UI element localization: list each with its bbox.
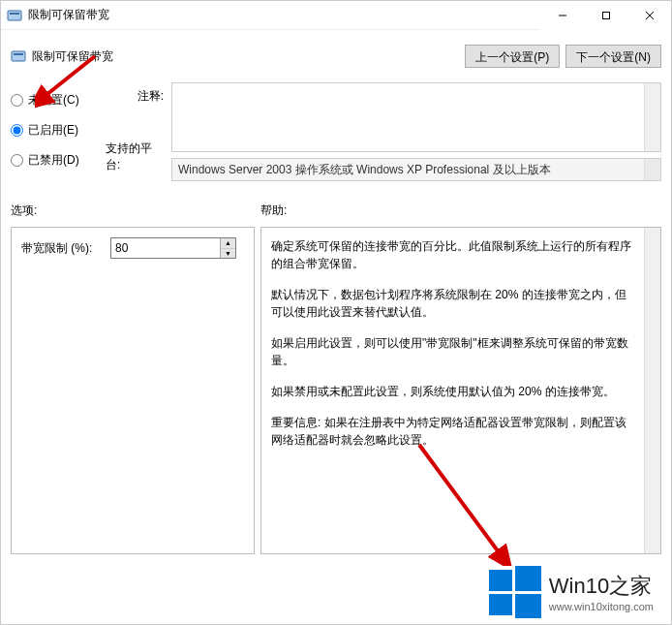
svg-rect-3 — [602, 12, 609, 18]
svg-rect-6 — [12, 51, 25, 61]
radio-label: 已启用(E) — [28, 122, 78, 139]
svg-rect-1 — [10, 13, 19, 15]
help-content: 确定系统可保留的连接带宽的百分比。此值限制系统上运行的所有程序的组合带宽保留。 … — [271, 237, 637, 449]
watermark-url: www.win10xitong.com — [549, 601, 654, 612]
radio-label: 未配置(C) — [28, 92, 79, 109]
help-paragraph: 如果启用此设置，则可以使用"带宽限制"框来调整系统可保留的带宽数量。 — [271, 334, 637, 369]
spinner-up-icon[interactable]: ▲ — [221, 238, 235, 249]
bandwidth-limit-row: 带宽限制 (%): ▲ ▼ — [21, 237, 244, 259]
help-paragraph: 默认情况下，数据包计划程序将系统限制在 20% 的连接带宽之内，但可以使用此设置… — [271, 286, 637, 321]
nav-buttons: 上一个设置(P) 下一个设置(N) — [465, 45, 661, 68]
help-paragraph: 如果禁用或未配置此设置，则系统使用默认值为 20% 的连接带宽。 — [271, 383, 637, 400]
comment-label: 注释: — [137, 84, 164, 105]
help-panel: 确定系统可保留的连接带宽的百分比。此值限制系统上运行的所有程序的组合带宽保留。 … — [260, 227, 661, 554]
window-controls — [540, 1, 671, 30]
svg-rect-7 — [14, 53, 23, 55]
platform-text: Windows Server 2003 操作系统或 Windows XP Pro… — [178, 162, 551, 178]
header-row: 限制可保留带宽 上一个设置(P) 下一个设置(N) — [1, 30, 671, 77]
close-button[interactable] — [627, 1, 671, 30]
window-title: 限制可保留带宽 — [28, 7, 109, 23]
field-labels: 注释: 支持的平台: — [106, 82, 164, 181]
previous-setting-button[interactable]: 上一个设置(P) — [465, 45, 560, 68]
policy-title: 限制可保留带宽 — [32, 48, 113, 65]
svg-rect-11 — [515, 566, 541, 591]
options-header: 选项: — [11, 203, 260, 219]
minimize-button[interactable] — [540, 1, 584, 30]
radio-not-configured[interactable]: 未配置(C) — [11, 92, 98, 109]
comment-textarea[interactable] — [171, 82, 661, 152]
help-paragraph: 重要信息: 如果在注册表中为特定网络适配器设置带宽限制，则配置该网络适配器时就会… — [271, 414, 637, 449]
svg-rect-13 — [515, 594, 541, 618]
options-panel: 带宽限制 (%): ▲ ▼ — [11, 227, 255, 554]
svg-rect-10 — [489, 570, 512, 591]
panels-row: 带宽限制 (%): ▲ ▼ 确定系统可保留的连接带宽的百分比。此值限制系统上运行… — [1, 223, 671, 564]
scrollbar[interactable] — [644, 228, 660, 553]
radio-enabled[interactable]: 已启用(E) — [11, 122, 98, 139]
next-setting-button[interactable]: 下一个设置(N) — [565, 45, 661, 68]
spinner-down-icon[interactable]: ▼ — [221, 249, 235, 259]
radio-disabled[interactable]: 已禁用(D) — [11, 152, 98, 169]
section-headers: 选项: 帮助: — [1, 185, 671, 223]
bandwidth-limit-input[interactable] — [111, 238, 220, 258]
windows-logo-icon — [489, 566, 541, 618]
spinner-buttons: ▲ ▼ — [220, 238, 235, 258]
watermark-brand: Win10之家 — [549, 572, 654, 601]
scrollbar[interactable] — [644, 83, 660, 151]
field-values: Windows Server 2003 操作系统或 Windows XP Pro… — [171, 82, 661, 181]
radio-label: 已禁用(D) — [28, 152, 79, 169]
window-titlebar: 限制可保留带宽 — [1, 1, 671, 30]
help-paragraph: 确定系统可保留的连接带宽的百分比。此值限制系统上运行的所有程序的组合带宽保留。 — [271, 237, 637, 272]
help-header: 帮助: — [260, 203, 661, 219]
platform-label: 支持的平台: — [106, 137, 164, 179]
configuration-area: 未配置(C) 已启用(E) 已禁用(D) 注释: 支持的平台: Windows … — [1, 77, 671, 185]
supported-platform-box: Windows Server 2003 操作系统或 Windows XP Pro… — [171, 158, 661, 181]
bandwidth-limit-spinner[interactable]: ▲ ▼ — [110, 237, 236, 259]
watermark: Win10之家 www.win10xitong.com — [489, 566, 654, 618]
state-radio-group: 未配置(C) 已启用(E) 已禁用(D) — [11, 82, 98, 181]
app-icon — [7, 8, 22, 23]
maximize-button[interactable] — [584, 1, 627, 30]
bandwidth-limit-label: 带宽限制 (%): — [21, 240, 101, 257]
policy-icon — [11, 48, 26, 64]
svg-rect-12 — [489, 594, 512, 615]
svg-rect-0 — [8, 11, 21, 20]
scrollbar[interactable] — [644, 159, 660, 180]
